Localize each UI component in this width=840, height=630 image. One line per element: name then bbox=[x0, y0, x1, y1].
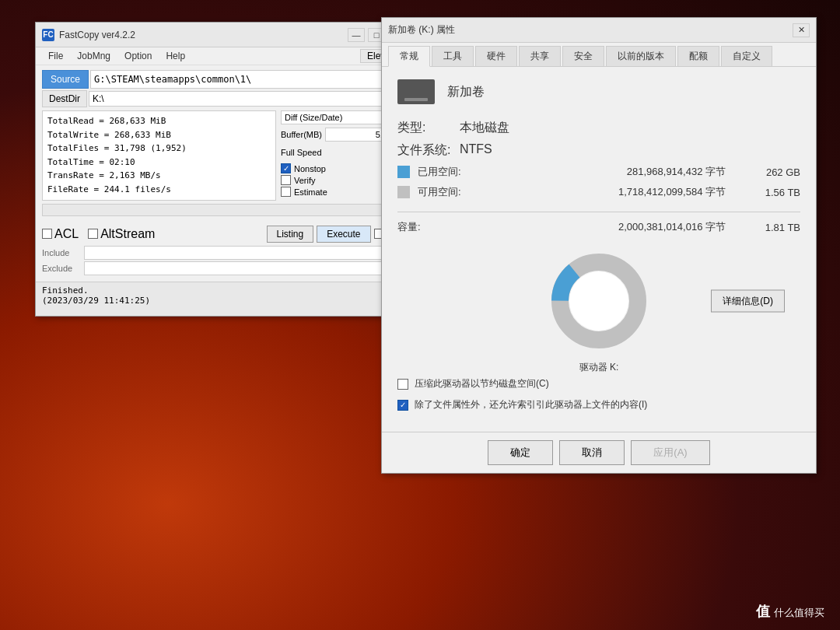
nonstop-checkbox[interactable]: ✓ bbox=[281, 163, 291, 173]
svg-point-2 bbox=[569, 271, 628, 331]
include-combo[interactable]: ▼ bbox=[84, 246, 405, 260]
destdir-value: K:\ bbox=[93, 93, 104, 104]
fastcopy-window: FC FastCopy ver4.2.2 — □ ✕ File JobMng O… bbox=[35, 22, 412, 317]
estimate-label: Estimate bbox=[294, 187, 327, 197]
source-input-wrap bbox=[90, 70, 390, 89]
status-line-1: Finished. bbox=[42, 285, 405, 296]
tab-quota[interactable]: 配额 bbox=[677, 46, 719, 66]
cancel-button[interactable]: 取消 bbox=[559, 440, 625, 465]
fastcopy-titlebar: FC FastCopy ver4.2.2 — □ ✕ bbox=[36, 23, 411, 47]
fc-content: Source ▲ ▼ DestDir K:\ ▼ TotalRead = 268… bbox=[36, 65, 411, 224]
main-area: TotalRead = 268,633 MiB TotalWrite = 268… bbox=[42, 110, 405, 201]
used-space-gb: 262 GB bbox=[738, 166, 800, 178]
index-checkbox[interactable] bbox=[397, 400, 408, 411]
stats-line-5: TransRate = 2,163 MB/s bbox=[47, 169, 271, 183]
listing-button[interactable]: Listing bbox=[267, 226, 314, 243]
properties-title: 新加卷 (K:) 属性 bbox=[388, 23, 793, 37]
compress-label: 压缩此驱动器以节约磁盘空间(C) bbox=[415, 377, 549, 390]
tab-share[interactable]: 共享 bbox=[519, 46, 561, 66]
stats-line-4: TotalTime = 02:10 bbox=[47, 156, 271, 170]
stats-line-2: TotalWrite = 268,633 MiB bbox=[47, 128, 271, 142]
props-content: 新加卷 类型: 本地磁盘 文件系统: NTFS 已用空间: 281,968,91… bbox=[382, 67, 816, 377]
acl-checkbox[interactable] bbox=[42, 229, 52, 239]
exclude-row: Exclude ▼ bbox=[42, 261, 405, 275]
tabs-bar: 常规 工具 硬件 共享 安全 以前的版本 配额 自定义 bbox=[382, 43, 816, 67]
used-space-row: 已用空间: 281,968,914,432 字节 262 GB bbox=[397, 165, 800, 179]
drive-label-text: 驱动器 K: bbox=[579, 361, 619, 374]
filesystem-value: NTFS bbox=[460, 142, 492, 159]
capacity-row: 容量: 2,000,381,014,016 字节 1.81 TB bbox=[397, 220, 800, 234]
verify-label: Verify bbox=[294, 176, 316, 185]
menu-file[interactable]: File bbox=[42, 49, 69, 63]
used-space-bytes: 281,968,914,432 字节 bbox=[488, 165, 738, 179]
drive-name: 新加卷 bbox=[447, 84, 485, 100]
exclude-combo[interactable]: ▼ bbox=[84, 261, 405, 275]
status-line-2: (2023/03/29 11:41:25) bbox=[42, 296, 405, 306]
type-row: 类型: 本地磁盘 bbox=[397, 120, 800, 136]
altstream-label: AltStream bbox=[100, 227, 155, 241]
tab-previous-versions[interactable]: 以前的版本 bbox=[606, 46, 676, 66]
execute-button[interactable]: Execute bbox=[317, 226, 370, 243]
watermark-icon: 值 bbox=[756, 604, 770, 619]
properties-window-controls: ✕ bbox=[793, 23, 810, 37]
properties-window: 新加卷 (K:) 属性 ✕ 常规 工具 硬件 共享 安全 以前的版本 配额 自定… bbox=[381, 17, 817, 474]
speed-label: Full Speed bbox=[281, 148, 387, 157]
space-section: 已用空间: 281,968,914,432 字节 262 GB 可用空间: 1,… bbox=[397, 165, 800, 199]
source-row: Source ▲ ▼ bbox=[42, 70, 405, 89]
apply-button[interactable]: 应用(A) bbox=[631, 440, 709, 465]
diff-label: Diff (Size/Date) bbox=[285, 113, 342, 122]
include-row: Include ▼ bbox=[42, 246, 405, 260]
ok-button[interactable]: 确定 bbox=[488, 440, 553, 465]
props-checkboxes: 压缩此驱动器以节约磁盘空间(C) 除了文件属性外，还允许索引引此驱动器上文件的内… bbox=[382, 377, 816, 432]
bottom-section: ACL AltStream Listing Execute Filter Inc… bbox=[36, 224, 411, 282]
tab-hardware[interactable]: 硬件 bbox=[475, 46, 517, 66]
drive-header: 新加卷 bbox=[397, 79, 800, 104]
progress-bar bbox=[42, 204, 405, 216]
destdir-row: DestDir K:\ ▼ bbox=[42, 90, 405, 107]
compress-row: 压缩此驱动器以节约磁盘空间(C) bbox=[397, 377, 800, 390]
menu-option[interactable]: Option bbox=[118, 49, 158, 63]
include-label: Include bbox=[42, 248, 81, 257]
watermark-text: 什么值得买 bbox=[774, 607, 824, 618]
fastcopy-title: FastCopy ver4.2.2 bbox=[59, 30, 348, 40]
fastcopy-icon: FC bbox=[42, 29, 54, 41]
altstream-checkbox[interactable] bbox=[88, 229, 98, 239]
properties-titlebar: 新加卷 (K:) 属性 ✕ bbox=[382, 18, 816, 43]
type-value: 本地磁盘 bbox=[460, 120, 509, 136]
used-space-label: 已用空间: bbox=[418, 165, 488, 179]
menu-help[interactable]: Help bbox=[159, 49, 191, 63]
exclude-label: Exclude bbox=[42, 264, 81, 273]
capacity-label: 容量: bbox=[397, 220, 480, 234]
dialog-buttons: 确定 取消 应用(A) bbox=[382, 432, 816, 473]
estimate-checkbox[interactable] bbox=[281, 187, 291, 197]
props-close-button[interactable]: ✕ bbox=[793, 23, 810, 37]
source-input[interactable] bbox=[90, 70, 390, 89]
altstream-checkbox-row: AltStream bbox=[88, 227, 155, 241]
capacity-bytes: 2,000,381,014,016 字节 bbox=[480, 220, 738, 234]
tab-custom[interactable]: 自定义 bbox=[721, 46, 772, 66]
tab-general[interactable]: 常规 bbox=[388, 46, 430, 67]
compress-checkbox[interactable] bbox=[397, 379, 408, 390]
stats-line-1: TotalRead = 268,633 MiB bbox=[47, 114, 271, 128]
chart-section: 驱动器 K: 详细信息(D) bbox=[397, 247, 800, 355]
tab-tools[interactable]: 工具 bbox=[432, 46, 474, 66]
free-space-indicator bbox=[397, 186, 410, 198]
destdir-combo[interactable]: K:\ ▼ bbox=[89, 91, 405, 107]
acl-checkbox-row: ACL bbox=[42, 227, 79, 241]
stats-area: TotalRead = 268,633 MiB TotalWrite = 268… bbox=[42, 110, 276, 201]
free-space-bytes: 1,718,412,099,584 字节 bbox=[488, 185, 738, 199]
donut-chart: 驱动器 K: bbox=[544, 247, 653, 355]
menu-jobmng[interactable]: JobMng bbox=[71, 49, 117, 63]
source-button[interactable]: Source bbox=[42, 70, 89, 89]
drive-icon bbox=[397, 79, 435, 104]
verify-checkbox[interactable] bbox=[281, 175, 291, 185]
stats-line-3: TotalFiles = 31,798 (1,952) bbox=[47, 142, 271, 156]
free-space-tb: 1.56 TB bbox=[738, 187, 800, 198]
free-space-label: 可用空间: bbox=[418, 185, 488, 199]
minimize-button[interactable]: — bbox=[348, 28, 365, 42]
details-button[interactable]: 详细信息(D) bbox=[711, 290, 785, 313]
watermark: 值 什么值得买 bbox=[756, 602, 824, 621]
type-label: 类型: bbox=[397, 120, 460, 136]
filesystem-row: 文件系统: NTFS bbox=[397, 142, 800, 159]
tab-security[interactable]: 安全 bbox=[562, 46, 604, 66]
